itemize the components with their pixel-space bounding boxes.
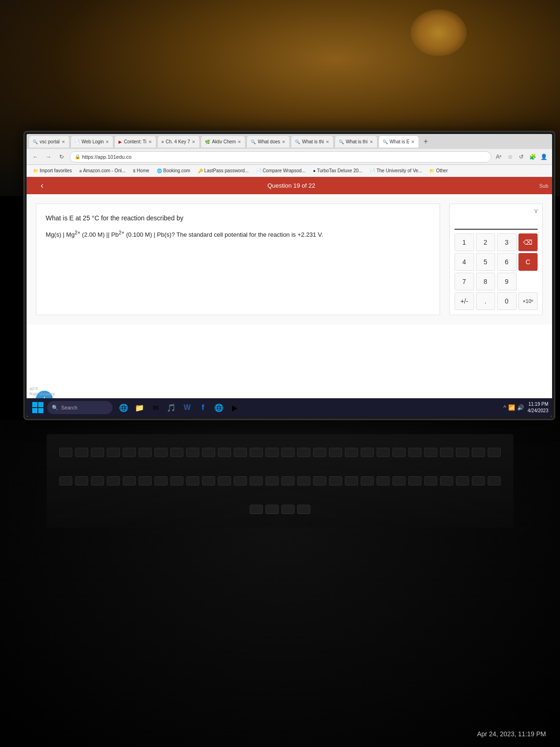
tab-content[interactable]: ▶ Content: Ti ✕ (114, 135, 156, 148)
calc-btn-3[interactable]: 3 (497, 233, 517, 251)
bookmark-label: Other (436, 168, 448, 173)
keyboard-key (281, 505, 294, 514)
taskbar-app-word[interactable]: W (180, 400, 195, 415)
bookmark-lastpass[interactable]: 🔑 LastPass password... (195, 167, 252, 174)
tab-whatis-e[interactable]: 🔍 What is E ✕ (378, 135, 420, 148)
bookmark-booking[interactable]: 🌐 Booking.com (154, 167, 193, 174)
calc-btn-5[interactable]: 5 (476, 253, 496, 271)
chevron-up-icon[interactable]: ^ (504, 404, 506, 411)
keyboard-key (392, 476, 406, 486)
keyboard-key (91, 448, 104, 457)
tab-icon: ≡ (161, 140, 164, 144)
bookmark-turbotax[interactable]: ● TurboTax Deluxe 20... (310, 167, 365, 174)
taskbar-app-facebook[interactable]: f (196, 400, 210, 415)
refresh-icon[interactable]: ↺ (517, 152, 526, 162)
calc-btn-6[interactable]: 6 (497, 253, 517, 271)
bookmark-label: The University of Ve... (377, 168, 422, 173)
calc-btn-plusminus[interactable]: +/- (455, 292, 474, 310)
keyboard-key (313, 448, 326, 457)
tab-ch4[interactable]: ≡ Ch. 4 Key 7 ✕ (157, 135, 200, 148)
datetime-text: Apr 24, 2023, 11:19 PM (477, 730, 546, 738)
keyboard-key (440, 476, 453, 486)
keyboard-key (377, 448, 390, 457)
url-input[interactable]: 🔒 https://app.101edu.co (70, 151, 491, 162)
keyboard-key (186, 448, 199, 457)
calc-btn-7[interactable]: 7 (455, 273, 474, 290)
calc-btn-8[interactable]: 8 (476, 273, 496, 290)
calc-btn-backspace[interactable]: ⌫ (518, 233, 538, 251)
taskbar-app-spotify[interactable]: 🎵 (164, 400, 179, 415)
question-intro: What is E at 25 °C for the reaction desc… (46, 213, 430, 223)
start-button[interactable] (30, 400, 45, 415)
aa-icon[interactable]: Aᵃ (494, 152, 504, 162)
calc-btn-1[interactable]: 1 (455, 233, 474, 251)
question-progress: Question 19 of 22 (43, 182, 539, 189)
bookmark-amazon[interactable]: a Amazon.com - Onl... (77, 167, 128, 174)
keyboard-key (123, 476, 136, 486)
tab-whatdoes[interactable]: 🔍 What does ✕ (246, 135, 290, 148)
main-content-area: What is E at 25 °C for the reaction desc… (27, 194, 552, 324)
bookmark-import[interactable]: 📁 Import favorites (30, 167, 75, 174)
tab-icon: 🔍 (33, 140, 38, 144)
search-label: Search (61, 405, 77, 410)
taskbar-search[interactable]: 🔍 Search (47, 401, 112, 414)
tab-close[interactable]: ✕ (326, 140, 329, 144)
network-icon: 📶 (508, 404, 515, 411)
bookmark-compare[interactable]: 📄 Compare Wrapsod... (253, 167, 308, 174)
tab-close[interactable]: ✕ (238, 140, 241, 144)
bookmark-university[interactable]: 📄 The University of Ve... (367, 167, 425, 174)
tab-close[interactable]: ✕ (282, 140, 286, 144)
keyboard-area: // Generate keyboard key hints const key… (47, 434, 513, 528)
calc-btn-0[interactable]: 0 (497, 292, 517, 310)
bookmark-label: Booking.com (163, 168, 190, 173)
calc-btn-decimal[interactable]: . (476, 292, 496, 310)
submit-label[interactable]: Sub (539, 183, 548, 189)
volume-icon[interactable]: 🔊 (517, 404, 524, 411)
keyboard-key (424, 448, 437, 457)
tab-close[interactable]: ✕ (192, 140, 196, 144)
bookmark-other[interactable]: 📁 Other (427, 167, 450, 174)
taskbar-apps: 🌐 📁 ✉ 🎵 W f 🌐 ▶ (116, 400, 242, 415)
question-equation: Mg(s) | Mg2+ (2.00 M) || Pb2+ (0.100 M) … (46, 229, 430, 240)
tab-close[interactable]: ✕ (105, 140, 109, 144)
back-button[interactable]: ← (30, 152, 41, 162)
refresh-button[interactable]: ↻ (56, 152, 67, 162)
star-icon[interactable]: ☆ (505, 152, 515, 162)
tab-close[interactable]: ✕ (370, 140, 373, 144)
keyboard-key (424, 476, 437, 486)
calc-btn-4[interactable]: 4 (455, 253, 474, 271)
tab-bar: 🔍 vsc portal ✕ 📄 Web Login ✕ ▶ Content: … (27, 134, 552, 149)
tab-icon: 📄 (75, 140, 80, 144)
taskbar-app-chrome[interactable]: 🌐 (211, 400, 226, 415)
address-bar: ← → ↻ 🔒 https://app.101edu.co Aᵃ ☆ ↺ 🧩 👤 (27, 149, 552, 165)
tab-aktiv[interactable]: 🌿 Aktiv Chem ✕ (201, 135, 245, 148)
extensions-icon[interactable]: 🧩 (528, 152, 537, 162)
taskbar-app-mail[interactable]: ✉ (148, 400, 163, 415)
keyboard-key (456, 476, 469, 486)
bookmark-home[interactable]: $ Home (130, 167, 152, 174)
calc-btn-9[interactable]: 9 (497, 273, 517, 290)
taskbar-app-explorer[interactable]: 🌐 (116, 400, 131, 415)
new-tab-button[interactable]: + (420, 136, 431, 147)
tab-close[interactable]: ✕ (62, 140, 65, 144)
forward-button[interactable]: → (43, 152, 54, 162)
tab-icon: 🔍 (295, 140, 300, 144)
calc-btn-exponent[interactable]: ×10ⁿ (518, 292, 538, 310)
monitor-frame: 🔍 vsc portal ✕ 📄 Web Login ✕ ▶ Content: … (23, 131, 555, 420)
tab-whatis1[interactable]: 🔍 What is thi ✕ (291, 135, 334, 148)
tab-icon: 🔍 (339, 140, 344, 144)
tab-web-login[interactable]: 📄 Web Login ✕ (70, 135, 114, 148)
tab-vsc-portal[interactable]: 🔍 vsc portal ✕ (28, 135, 70, 148)
tab-close[interactable]: ✕ (411, 140, 415, 144)
profile-icon[interactable]: 👤 (539, 152, 548, 162)
tab-close[interactable]: ✕ (148, 140, 152, 144)
keyboard-key (123, 448, 136, 457)
keyboard-key (456, 448, 469, 457)
keyboard-key (202, 448, 215, 457)
taskbar-app-files[interactable]: 📁 (132, 400, 147, 415)
calc-display[interactable] (455, 216, 538, 230)
calc-btn-2[interactable]: 2 (476, 233, 496, 251)
calc-btn-clear[interactable]: C (518, 253, 538, 271)
taskbar-app-video[interactable]: ▶ (227, 400, 242, 415)
tab-whatis2[interactable]: 🔍 What is thi ✕ (335, 135, 378, 148)
